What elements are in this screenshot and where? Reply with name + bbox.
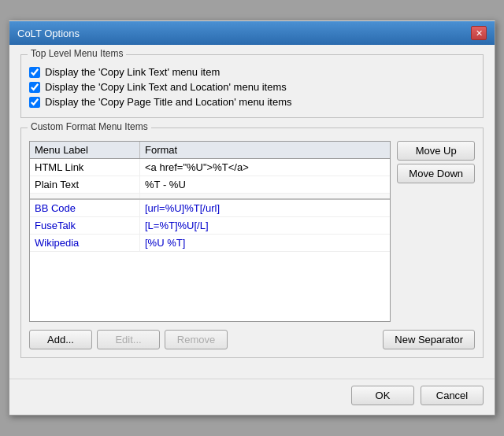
- edit-button[interactable]: Edit...: [97, 330, 160, 349]
- right-action-buttons: New Separator: [383, 330, 475, 349]
- row-format: %T - %U: [140, 176, 390, 193]
- remove-button[interactable]: Remove: [165, 330, 228, 349]
- separator-row: [30, 194, 390, 200]
- checkbox-copy-page-title-location[interactable]: [29, 97, 40, 108]
- dialog-content: Top Level Menu Items Display the 'Copy L…: [9, 45, 495, 377]
- table-row[interactable]: FuseTalk [L=%T]%U[/L]: [30, 217, 390, 235]
- cancel-button[interactable]: Cancel: [421, 386, 484, 405]
- dialog-title: CoLT Options: [17, 28, 80, 39]
- table-row[interactable]: HTML Link <a href="%U">%T</a>: [30, 159, 390, 176]
- checkbox-row-1: Display the 'Copy Link Text' menu item: [29, 66, 475, 78]
- table-row[interactable]: Wikipedia [%U %T]: [30, 235, 390, 252]
- row-format: <a href="%U">%T</a>: [140, 159, 390, 176]
- custom-format-table[interactable]: Menu Label Format HTML Link <a href="%U"…: [29, 141, 391, 322]
- column-header-label: Menu Label: [30, 142, 140, 158]
- side-buttons: Move Up Move Down: [397, 141, 475, 322]
- checkbox-copy-page-title-location-label: Display the 'Copy Page Title and Locatio…: [45, 96, 292, 108]
- move-down-button[interactable]: Move Down: [397, 164, 475, 183]
- custom-format-group-title: Custom Format Menu Items: [28, 121, 151, 132]
- table-row[interactable]: Plain Text %T - %U: [30, 176, 390, 194]
- table-header-row: Menu Label Format: [30, 142, 390, 159]
- row-label: Wikipedia: [30, 235, 140, 251]
- row-label: BB Code: [30, 200, 140, 216]
- row-label: HTML Link: [30, 159, 140, 176]
- top-level-group-title: Top Level Menu Items: [28, 48, 126, 59]
- top-level-group: Top Level Menu Items Display the 'Copy L…: [20, 54, 484, 118]
- checkbox-row-2: Display the 'Copy Link Text and Location…: [29, 81, 475, 93]
- row-label: Plain Text: [30, 176, 140, 193]
- row-label: FuseTalk: [30, 217, 140, 234]
- close-button[interactable]: ✕: [471, 26, 487, 40]
- colt-options-dialog: CoLT Options ✕ Top Level Menu Items Disp…: [9, 20, 495, 416]
- row-format: [url=%U]%T[/url]: [140, 200, 390, 216]
- move-up-button[interactable]: Move Up: [397, 141, 475, 161]
- custom-format-group: Custom Format Menu Items Menu Label Form…: [20, 127, 484, 358]
- checkbox-copy-link-text-label: Display the 'Copy Link Text' menu item: [45, 66, 220, 78]
- dialog-footer: OK Cancel: [9, 379, 495, 415]
- checkbox-copy-link-text[interactable]: [29, 67, 40, 78]
- left-action-buttons: Add... Edit... Remove: [29, 330, 376, 349]
- checkbox-row-3: Display the 'Copy Page Title and Locatio…: [29, 96, 475, 108]
- new-separator-button[interactable]: New Separator: [383, 330, 475, 349]
- row-format: [L=%T]%U[/L]: [140, 217, 390, 234]
- ok-button[interactable]: OK: [351, 386, 414, 405]
- column-header-format: Format: [140, 142, 390, 158]
- row-format: [%U %T]: [140, 235, 390, 251]
- table-row[interactable]: BB Code [url=%U]%T[/url]: [30, 200, 390, 217]
- title-bar: CoLT Options ✕: [9, 21, 495, 45]
- action-buttons-row: Add... Edit... Remove New Separator: [29, 330, 475, 349]
- checkbox-copy-link-text-location[interactable]: [29, 82, 40, 93]
- add-button[interactable]: Add...: [29, 330, 92, 349]
- checkbox-copy-link-text-location-label: Display the 'Copy Link Text and Location…: [45, 81, 287, 93]
